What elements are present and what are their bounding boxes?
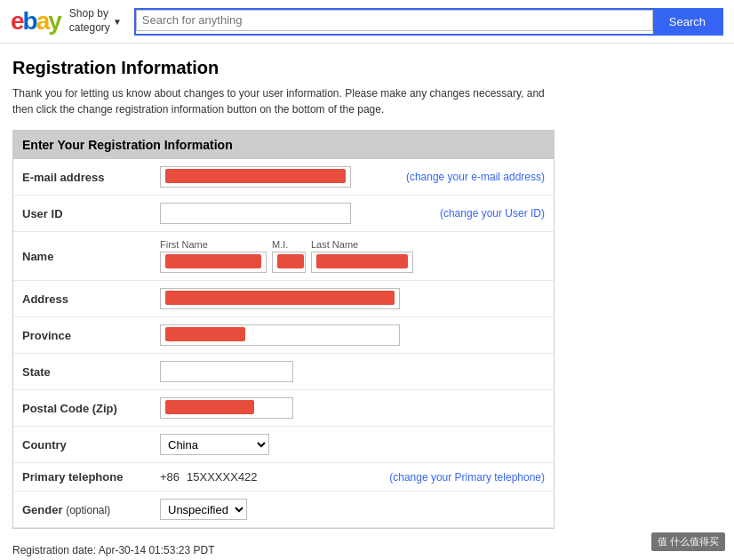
- phone-display: +86 15XXXXX422: [160, 470, 363, 484]
- email-row: E-mail address (change your e-mail addre…: [13, 159, 554, 196]
- email-value-cell: [151, 159, 371, 196]
- address-wrapper: [160, 288, 400, 309]
- userid-value-cell: jius535: [151, 196, 371, 232]
- phone-change-link-cell: (change your Primary telephone): [371, 463, 554, 492]
- search-bar: Search: [134, 8, 723, 36]
- province-row: Province: [13, 317, 554, 354]
- state-label: State: [13, 354, 151, 390]
- last-name-label: Last Name: [311, 239, 413, 250]
- logo-y: y: [48, 7, 60, 36]
- province-input[interactable]: [160, 324, 400, 346]
- header: ebay Shop bycategory ▼ Search: [0, 0, 734, 44]
- state-value-cell: default: [151, 354, 554, 390]
- phone-value-cell: +86 15XXXXX422: [151, 463, 371, 492]
- gender-value-cell: Unspecified Male Female: [151, 492, 554, 528]
- watermark: 值 什么值得买: [651, 532, 725, 551]
- postal-label: Postal Code (Zip): [13, 390, 151, 427]
- postal-row: Postal Code (Zip): [13, 390, 554, 427]
- page-title: Registration Information: [12, 58, 556, 78]
- last-name-field: Last Name: [311, 239, 413, 273]
- search-button[interactable]: Search: [653, 10, 722, 34]
- reg-date-label: Registration date:: [12, 544, 96, 556]
- country-label: Country: [13, 427, 151, 463]
- phone-row: Primary telephone +86 15XXXXX422 (change…: [13, 463, 554, 492]
- userid-input[interactable]: jius535: [160, 203, 351, 224]
- address-input[interactable]: [160, 288, 400, 309]
- userid-row: User ID jius535 (change your User ID): [13, 196, 554, 232]
- address-row: Address: [13, 281, 554, 317]
- gender-select[interactable]: Unspecified Male Female: [160, 499, 247, 520]
- phone-number: 15XXXXX422: [187, 470, 258, 484]
- registration-footer: Registration date: Apr-30-14 01:53:23 PD…: [12, 541, 556, 560]
- page-description: Thank you for letting us know about chan…: [12, 85, 556, 117]
- last-name-wrapper: [311, 252, 413, 273]
- address-label: Address: [13, 281, 151, 317]
- phone-label: Primary telephone: [13, 463, 151, 492]
- first-name-field: First Name: [160, 239, 267, 273]
- first-name-wrapper: [160, 252, 267, 273]
- province-wrapper: [160, 324, 400, 346]
- email-change-link-cell: (change your e-mail address): [371, 159, 554, 196]
- mi-input[interactable]: [272, 252, 306, 273]
- gender-row: Gender (optional) Unspecified Male Femal…: [13, 492, 554, 528]
- logo-e: e: [11, 7, 23, 36]
- first-name-label: First Name: [160, 239, 267, 250]
- email-input-wrapper: [160, 166, 351, 188]
- email-label: E-mail address: [13, 159, 151, 196]
- name-label: Name: [13, 232, 151, 281]
- registration-form-box: Enter Your Registration Information E-ma…: [12, 130, 554, 529]
- gender-optional: (optional): [66, 504, 110, 516]
- reg-date-value: Apr-30-14 01:53:23 PDT: [99, 544, 215, 556]
- mi-field: M.I.: [272, 239, 306, 273]
- country-select[interactable]: China United States United Kingdom Austr…: [160, 434, 269, 455]
- userid-change-link[interactable]: (change your User ID): [440, 207, 545, 220]
- name-row: Name First Name M.I.: [13, 232, 554, 281]
- reg-date-line: Registration date: Apr-30-14 01:53:23 PD…: [12, 541, 556, 559]
- logo-a: a: [36, 7, 49, 36]
- email-change-link[interactable]: (change your e-mail address): [406, 171, 545, 183]
- postal-input[interactable]: [160, 397, 293, 419]
- logo-b: b: [23, 7, 36, 36]
- shop-by-category[interactable]: Shop bycategory ▼: [69, 7, 122, 35]
- address-value-cell: [151, 281, 554, 317]
- shop-by-label: Shop bycategory: [69, 7, 110, 35]
- main-content: Registration Information Thank you for l…: [0, 44, 569, 560]
- gender-label: Gender (optional): [13, 492, 151, 528]
- userid-change-link-cell: (change your User ID): [371, 196, 554, 232]
- province-label: Province: [13, 317, 151, 354]
- userid-label: User ID: [13, 196, 151, 232]
- last-name-input[interactable]: [311, 252, 413, 273]
- shop-by-arrow-icon: ▼: [113, 17, 122, 27]
- country-value-cell: China United States United Kingdom Austr…: [151, 427, 554, 463]
- name-value-cell: First Name M.I.: [151, 232, 554, 281]
- form-header: Enter Your Registration Information: [13, 131, 554, 159]
- mi-label: M.I.: [272, 239, 306, 250]
- province-value-cell: [151, 317, 554, 354]
- phone-code: +86: [160, 470, 180, 484]
- first-name-input[interactable]: [160, 252, 267, 273]
- name-fields: First Name M.I.: [160, 239, 545, 273]
- search-input[interactable]: [136, 10, 653, 31]
- form-table: E-mail address (change your e-mail addre…: [13, 159, 554, 528]
- ebay-logo: ebay: [11, 7, 60, 36]
- email-input[interactable]: [160, 166, 351, 188]
- postal-value-cell: [151, 390, 554, 427]
- state-input[interactable]: default: [160, 361, 293, 382]
- state-row: State default: [13, 354, 554, 390]
- postal-wrapper: [160, 397, 293, 419]
- phone-change-link[interactable]: (change your Primary telephone): [389, 471, 545, 484]
- country-row: Country China United States United Kingd…: [13, 427, 554, 463]
- mi-wrapper: [272, 252, 306, 273]
